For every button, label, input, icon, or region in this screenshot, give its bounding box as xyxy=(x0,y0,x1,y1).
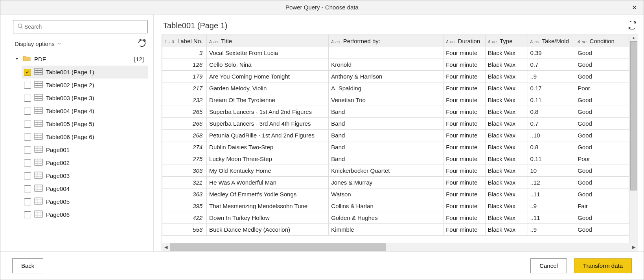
column-header[interactable]: ABC Condition xyxy=(575,35,629,47)
tree-folder[interactable]: PDF [12] xyxy=(13,53,148,66)
checkbox[interactable] xyxy=(24,121,31,128)
scroll-up-arrow-icon[interactable]: ▲ xyxy=(629,35,638,40)
cell: ..9 xyxy=(528,224,575,236)
tree-item[interactable]: Page004 xyxy=(22,182,148,195)
table-row[interactable]: 126Cello Solo, NinaKronoldFour minuteBla… xyxy=(162,59,629,71)
preview-panel: Table001 (Page 1) 123 Label No.ABC Title… xyxy=(154,15,644,251)
scrollbar-thumb[interactable] xyxy=(170,243,386,251)
search-input[interactable] xyxy=(24,23,144,30)
scroll-left-arrow-icon[interactable]: ◀ xyxy=(162,243,170,251)
transform-data-button[interactable]: Transform data xyxy=(574,258,632,273)
table-row[interactable]: 274Dublin Daisies Two-StepBandFour minut… xyxy=(162,141,629,153)
display-options[interactable]: Display options xyxy=(15,40,62,47)
table-row[interactable]: 395That Mesmerizing Mendelssohn TuneColl… xyxy=(162,200,629,212)
svg-rect-38 xyxy=(35,159,42,165)
cell: Four minute xyxy=(443,177,486,188)
folder-label: PDF xyxy=(34,56,46,62)
table-row[interactable]: 321He Was A Wonderful ManJones & MurrayF… xyxy=(162,177,629,188)
checkbox[interactable] xyxy=(24,108,31,115)
page-icon xyxy=(34,198,43,206)
cell: Black Wax xyxy=(485,141,528,153)
tree-item[interactable]: Table002 (Page 2) xyxy=(22,79,148,92)
tree-item[interactable]: Page001 xyxy=(22,143,148,156)
table-row[interactable]: 268Petunia QuadRille - 1st And 2nd Figur… xyxy=(162,130,629,141)
back-button[interactable]: Back xyxy=(12,258,43,273)
cell: 303 xyxy=(162,165,207,177)
column-header[interactable]: ABC Title xyxy=(207,35,329,47)
table-row[interactable]: 265Superba Lancers - 1st And 2nd Figures… xyxy=(162,106,629,118)
checkbox[interactable] xyxy=(24,69,31,76)
checkbox[interactable] xyxy=(24,82,31,89)
tree-item[interactable]: Table003 (Page 3) xyxy=(22,92,148,104)
table-row[interactable]: 266Superba Lancers - 3rd And 4th Figures… xyxy=(162,118,629,130)
checkbox[interactable] xyxy=(24,185,31,192)
cancel-button[interactable]: Cancel xyxy=(530,258,567,273)
table-row[interactable]: 553Buck Dance Medley (Accorion)KimmbleFo… xyxy=(162,224,629,236)
table-row[interactable]: 303My Old Kentucky HomeKnickerbocker Qua… xyxy=(162,165,629,177)
window-title: Power Query - Choose data xyxy=(285,4,359,11)
cell: Band xyxy=(329,153,443,165)
column-header[interactable]: ABC Performed by: xyxy=(329,35,443,47)
scrollbar-thumb[interactable] xyxy=(630,41,637,190)
checkbox[interactable] xyxy=(24,198,31,205)
checkbox[interactable] xyxy=(24,95,31,102)
table-row[interactable]: 179Are You Coming Home TonightAnthony & … xyxy=(162,71,629,82)
datatype-icon: ABC xyxy=(578,40,586,44)
column-header[interactable]: 123 Label No. xyxy=(162,35,207,47)
dialog-window: Power Query - Choose data ✕ Display opti… xyxy=(0,0,644,280)
column-header[interactable]: ABC Take/Mold xyxy=(528,35,575,47)
refresh-button[interactable] xyxy=(138,39,146,49)
scrollbar-track[interactable] xyxy=(170,243,630,251)
cell: Fair xyxy=(575,200,629,212)
tree-item-label: Page004 xyxy=(46,185,70,192)
column-name: Type xyxy=(500,38,513,44)
cell: 321 xyxy=(162,177,207,188)
vertical-scrollbar[interactable]: ▲ xyxy=(629,35,638,243)
column-header[interactable]: ABC Type xyxy=(485,35,528,47)
tree-item[interactable]: Page006 xyxy=(22,208,148,221)
table-row[interactable]: 3Vocal Sextette From LuciaFour minuteBla… xyxy=(162,47,629,59)
cell: Band xyxy=(329,118,443,130)
tree-item[interactable]: Table001 (Page 1) xyxy=(22,66,148,79)
datatype-icon: ABC xyxy=(530,40,539,44)
tree-item[interactable]: Page002 xyxy=(22,156,148,169)
table-row[interactable]: 232Dream Of The TyrolienneVenetian TrioF… xyxy=(162,94,629,106)
cell: Knickerbocker Quartet xyxy=(329,165,443,177)
tree-item-label: Table005 (Page 5) xyxy=(46,121,94,127)
cell: Four minute xyxy=(443,224,486,236)
svg-rect-23 xyxy=(35,120,42,126)
cell: A. Spalding xyxy=(329,82,443,94)
table-icon xyxy=(34,120,43,128)
table-row[interactable]: 275Lucky Moon Three-StepBandFour minuteB… xyxy=(162,153,629,165)
table-row[interactable]: 363Medley Of Emmett's Yodle SongsWatsonF… xyxy=(162,188,629,200)
datatype-icon: ABC xyxy=(331,40,340,44)
search-box[interactable] xyxy=(13,20,148,33)
cell: ..9 xyxy=(528,71,575,82)
cell: Four minute xyxy=(443,118,486,130)
cell: 0.8 xyxy=(528,106,575,118)
tree-item-label: Page003 xyxy=(46,172,70,179)
checkbox[interactable] xyxy=(24,172,31,179)
tree-item[interactable]: Table006 (Page 6) xyxy=(22,130,148,143)
table-row[interactable]: 217Garden Melody, ViolinA. SpaldingFour … xyxy=(162,82,629,94)
checkbox[interactable] xyxy=(24,211,31,218)
table-row[interactable]: 422Down In Turkey HollowGolden & HughesF… xyxy=(162,212,629,224)
table-icon xyxy=(34,68,43,76)
scroll-right-arrow-icon[interactable]: ▶ xyxy=(630,243,638,251)
column-header[interactable]: ABC Duration xyxy=(443,35,486,47)
preview-refresh-button[interactable] xyxy=(628,21,637,31)
checkbox[interactable] xyxy=(24,146,31,154)
tree-item[interactable]: Page005 xyxy=(22,195,148,208)
checkbox[interactable] xyxy=(24,159,31,167)
horizontal-scrollbar[interactable]: ◀ ▶ xyxy=(162,243,638,251)
tree-item[interactable]: Table005 (Page 5) xyxy=(22,117,148,130)
tree-item[interactable]: Page003 xyxy=(22,169,148,182)
checkbox[interactable] xyxy=(24,134,31,141)
tree-item[interactable]: Table004 (Page 4) xyxy=(22,104,148,117)
cell: Garden Melody, Violin xyxy=(207,82,329,94)
cell: 217 xyxy=(162,82,207,94)
cell: Good xyxy=(575,141,629,153)
cell: Good xyxy=(575,165,629,177)
close-button[interactable]: ✕ xyxy=(625,0,644,15)
svg-rect-8 xyxy=(35,81,42,88)
